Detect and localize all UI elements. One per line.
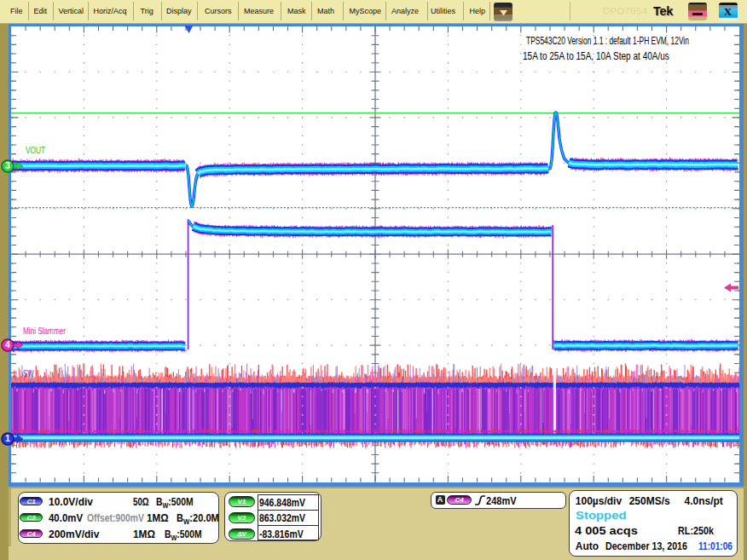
svg-text:1: 1 [5, 434, 10, 443]
svg-text:4: 4 [5, 340, 10, 349]
svg-text:3: 3 [5, 161, 10, 170]
